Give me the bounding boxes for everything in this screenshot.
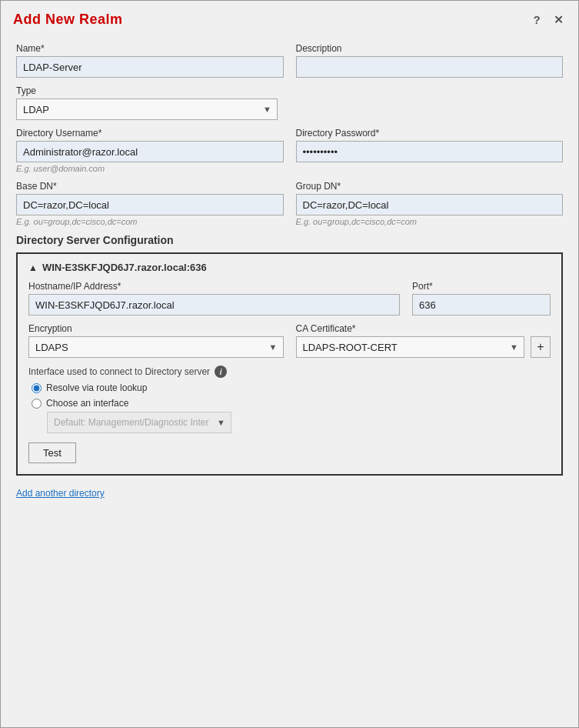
- ca-cert-select[interactable]: LDAPS-ROOT-CERT: [296, 336, 525, 358]
- interface-section: Interface used to connect to Directory s…: [28, 366, 551, 433]
- encryption-select[interactable]: LDAPS SSL None: [28, 336, 284, 358]
- encryption-label: Encryption: [28, 323, 284, 334]
- dir-username-label: Directory Username*: [16, 128, 284, 139]
- add-directory-link[interactable]: Add another directory: [16, 488, 105, 499]
- group-dn-label: Group DN*: [296, 181, 564, 192]
- type-select-wrapper: LDAP ▼: [16, 99, 278, 120]
- hostname-group: Hostname/IP Address*: [28, 281, 400, 316]
- radio-resolve-label: Resolve via route lookup: [46, 382, 147, 393]
- radio-choose-label: Choose an interface: [46, 398, 128, 409]
- base-dn-group: Base DN* E.g. ou=group,dc=cisco,dc=com: [16, 181, 284, 226]
- port-group: Port*: [412, 281, 551, 316]
- interface-label-text: Interface used to connect to Directory s…: [28, 366, 210, 377]
- header-icons: ? ✕: [529, 12, 566, 28]
- description-group: Description: [296, 43, 564, 78]
- dir-password-input[interactable]: [296, 141, 564, 162]
- base-dn-label: Base DN*: [16, 181, 284, 192]
- accordion-arrow-icon: ▲: [28, 262, 38, 273]
- name-description-row: Name* Description: [16, 43, 563, 78]
- radio-choose-input[interactable]: [32, 399, 42, 409]
- server-config-box: ▲ WIN-E3SKFJQD6J7.razor.local:636 Hostna…: [16, 252, 563, 476]
- dir-username-input[interactable]: [16, 141, 284, 162]
- interface-dropdown-wrapper: Default: Management/Diagnostic Interface…: [47, 412, 231, 433]
- port-label: Port*: [412, 281, 551, 292]
- radio-choose-item: Choose an interface: [32, 398, 551, 409]
- hostname-input[interactable]: [28, 294, 400, 316]
- test-button[interactable]: Test: [28, 442, 76, 463]
- dir-password-label: Directory Password*: [296, 128, 564, 139]
- type-row: Type LDAP ▼: [16, 85, 563, 120]
- encryption-ca-row: Encryption LDAPS SSL None ▼ CA Certifica…: [28, 323, 551, 358]
- ca-cert-group: CA Certificate* LDAPS-ROOT-CERT ▼ +: [296, 323, 551, 358]
- base-dn-input[interactable]: [16, 194, 284, 215]
- group-dn-input[interactable]: [296, 194, 564, 215]
- interface-dropdown-row: Default: Management/Diagnostic Interface…: [47, 412, 551, 433]
- radio-resolve-input[interactable]: [32, 383, 42, 393]
- description-label: Description: [296, 43, 564, 54]
- group-dn-group: Group DN* E.g. ou=group,dc=cisco,dc=com: [296, 181, 564, 226]
- interface-select[interactable]: Default: Management/Diagnostic Interface: [47, 412, 231, 433]
- ca-cert-row: LDAPS-ROOT-CERT ▼ +: [296, 336, 551, 358]
- type-select[interactable]: LDAP: [16, 99, 278, 120]
- dialog-header: Add New Realm ? ✕: [1, 1, 578, 35]
- close-icon[interactable]: ✕: [551, 12, 566, 28]
- encryption-group: Encryption LDAPS SSL None ▼: [28, 323, 284, 358]
- add-new-realm-dialog: Add New Realm ? ✕ Name* Description Type: [0, 0, 579, 728]
- server-accordion-title: WIN-E3SKFJQD6J7.razor.local:636: [42, 262, 207, 273]
- hostname-label: Hostname/IP Address*: [28, 281, 400, 292]
- credentials-row: Directory Username* E.g. user@domain.com…: [16, 128, 563, 173]
- dn-row: Base DN* E.g. ou=group,dc=cisco,dc=com G…: [16, 181, 563, 226]
- group-dn-hint: E.g. ou=group,dc=cisco,dc=com: [296, 217, 564, 226]
- name-input[interactable]: [16, 56, 284, 78]
- dir-password-group: Directory Password*: [296, 128, 564, 173]
- dialog-body: Name* Description Type LDAP ▼: [1, 35, 578, 727]
- radio-group: Resolve via route lookup Choose an inter…: [32, 382, 551, 409]
- name-group: Name*: [16, 43, 284, 78]
- server-accordion-header[interactable]: ▲ WIN-E3SKFJQD6J7.razor.local:636: [28, 262, 551, 273]
- dir-server-config-title: Directory Server Configuration: [16, 234, 563, 246]
- dir-username-group: Directory Username* E.g. user@domain.com: [16, 128, 284, 173]
- description-input[interactable]: [296, 56, 564, 78]
- dialog-title: Add New Realm: [13, 12, 123, 28]
- dir-username-hint: E.g. user@domain.com: [16, 164, 284, 173]
- ca-cert-label: CA Certificate*: [296, 323, 551, 334]
- type-label: Type: [16, 85, 278, 96]
- hostname-port-row: Hostname/IP Address* Port*: [28, 281, 551, 316]
- interface-label-row: Interface used to connect to Directory s…: [28, 366, 551, 378]
- add-cert-button[interactable]: +: [531, 336, 551, 358]
- port-input[interactable]: [412, 294, 551, 316]
- ca-cert-select-wrapper: LDAPS-ROOT-CERT ▼: [296, 336, 525, 358]
- encryption-select-wrapper: LDAPS SSL None ▼: [28, 336, 284, 358]
- info-icon[interactable]: i: [215, 366, 227, 378]
- help-icon[interactable]: ?: [529, 12, 544, 28]
- base-dn-hint: E.g. ou=group,dc=cisco,dc=com: [16, 217, 284, 226]
- type-group: Type LDAP ▼: [16, 85, 278, 120]
- radio-resolve-item: Resolve via route lookup: [32, 382, 551, 393]
- name-label: Name*: [16, 43, 284, 54]
